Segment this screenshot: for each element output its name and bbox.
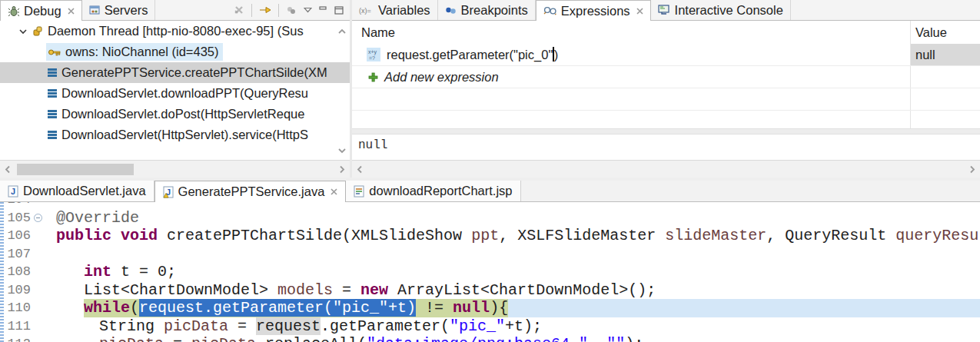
tree-scroll-down[interactable] (337, 148, 347, 154)
thread-row[interactable]: Daemon Thread [http-nio-8080-exec-95] (S… (0, 21, 350, 42)
scroll-right-icon[interactable] (969, 165, 975, 174)
stack-frame-label: DownloadServlet(HttpServlet).service(Htt… (61, 128, 308, 142)
expression-row[interactable]: x+y =? request.getParameter("pic_0") nul… (352, 44, 980, 66)
stack-frame-row[interactable]: DownloadServlet.doPost(HttpServletReque (0, 104, 350, 125)
tab-debug[interactable]: Debug (0, 0, 82, 21)
debug-tree: Daemon Thread [http-nio-8080-exec-95] (S… (0, 21, 350, 160)
breakpoints-icon (445, 5, 457, 15)
expression-xy-icon: x+y =? (367, 48, 380, 61)
line-number[interactable]: 106 (0, 227, 44, 245)
tab-servers[interactable]: Servers (82, 0, 156, 20)
close-icon[interactable] (636, 8, 643, 15)
threads-filter-icon[interactable] (286, 5, 297, 15)
line-number[interactable]: 107 (0, 245, 44, 264)
code-line[interactable]: 109List<ChartDownModel> models = new Arr… (0, 281, 980, 300)
svg-text:J: J (11, 187, 15, 196)
name-column-header[interactable]: Name (352, 25, 395, 40)
add-new-expression-row[interactable]: Add new expression (352, 66, 980, 88)
stack-frame-row[interactable]: GeneratePPTService.createPPTChartSilde(X… (0, 62, 350, 83)
tab-variables[interactable]: (x)= Variables (352, 0, 438, 20)
code-lines: 104105@Override106public void createPPTC… (0, 202, 980, 342)
step-arrow-icon[interactable] (259, 5, 271, 15)
line-number[interactable]: 112 (0, 335, 44, 342)
fold-minus-icon[interactable] (34, 214, 42, 222)
tab-expressions-label: Expressions (561, 4, 630, 18)
tab-expressions[interactable]: Expressions (536, 0, 651, 21)
scrollbar-thumb[interactable] (17, 164, 134, 175)
line-number[interactable]: 109 (0, 281, 44, 300)
svg-text:=?: =? (369, 55, 375, 61)
stack-frames: GeneratePPTService.createPPTChartSilde(X… (0, 62, 350, 145)
owns-row[interactable]: owns: NioChannel (id=435) (0, 42, 350, 62)
tab-breakpoints-label: Breakpoints (461, 3, 528, 18)
debug-view: Debug Servers (0, 0, 350, 178)
tab-breakpoints[interactable]: Breakpoints (438, 0, 536, 20)
view-menu-icon[interactable] (304, 7, 312, 13)
code-line[interactable]: 107 (0, 245, 980, 264)
line-number[interactable]: 110 (0, 299, 44, 317)
editor-tab-label: GeneratePPTService.java (178, 184, 325, 199)
stack-frame-icon (48, 88, 57, 98)
tab-debug-label: Debug (24, 4, 61, 18)
code-line[interactable]: 106public void createPPTChartSilde(XMLSl… (0, 227, 980, 245)
empty-row[interactable] (352, 111, 980, 128)
tab-variables-label: Variables (378, 3, 430, 18)
key-icon (48, 48, 61, 57)
chevron-down-icon[interactable] (18, 28, 28, 35)
tab-downloadservlet-java[interactable]: J DownloadServlet.java (0, 181, 154, 201)
line-number[interactable]: 111 (0, 317, 44, 336)
tree-scroll-up[interactable] (337, 28, 347, 35)
maximize-icon[interactable] (334, 6, 344, 15)
tab-interactive-console-label: Interactive Console (675, 3, 783, 18)
empty-row[interactable] (352, 88, 980, 111)
stack-frame-label: GeneratePPTService.createPPTChartSilde(X… (61, 65, 327, 80)
close-icon[interactable] (331, 188, 337, 195)
tab-generatepptservice-java[interactable]: J GeneratePPTService.java (154, 181, 347, 202)
editor-area: J DownloadServlet.java J GeneratePPTServ… (0, 181, 980, 342)
debug-view-tabbar: Debug Servers (0, 0, 350, 21)
eclipse-debug-perspective: Debug Servers (0, 0, 980, 342)
line-number[interactable]: 105 (0, 209, 44, 227)
code-line[interactable]: 111String picData = request.getParameter… (0, 317, 980, 336)
remove-terminated-icon[interactable] (234, 5, 244, 15)
code-line[interactable]: 112picData = picData.replaceAll("data:im… (0, 335, 980, 342)
value-column-header[interactable]: Value (915, 25, 947, 40)
thread-icon (32, 26, 43, 37)
svg-text:(x)=: (x)= (359, 7, 371, 15)
expressions-table: Name Value x+y =? request.getParameter("… (352, 21, 980, 128)
variables-icon: (x)= (359, 6, 374, 15)
stack-frame-label: DownloadServlet.downloadPPT(QueryResu (61, 86, 308, 101)
current-instruction-highlight: while(request.getParameter("pic_"+t) != … (84, 299, 508, 317)
editor-tab-label: DownloadServlet.java (23, 184, 146, 198)
expression-text[interactable]: request.getParameter("pic_0") (387, 47, 558, 62)
minimize-icon[interactable] (319, 6, 327, 14)
close-icon[interactable] (68, 8, 75, 15)
stack-frame-icon (48, 109, 57, 119)
stack-frame-icon (48, 130, 57, 140)
scroll-left-icon[interactable] (5, 165, 11, 174)
expression-detail-pane[interactable]: null (352, 134, 980, 160)
thread-label: Daemon Thread [http-nio-8080-exec-95] (S… (48, 24, 304, 38)
expressions-hscrollbar[interactable] (352, 160, 980, 178)
expressions-view: (x)= Variables Breakpoints (352, 0, 980, 178)
stack-frame-row[interactable]: DownloadServlet(HttpServlet).service(Htt… (0, 125, 350, 145)
stack-frame-row[interactable]: DownloadServlet.downloadPPT(QueryResu (0, 83, 350, 104)
detail-pane-splitter[interactable] (352, 128, 980, 134)
scroll-right-icon[interactable] (339, 165, 345, 174)
debug-hscrollbar[interactable] (0, 160, 350, 178)
code-editor[interactable]: 104105@Override106public void createPPTC… (0, 202, 980, 342)
tab-interactive-console[interactable]: Interactive Console (651, 0, 791, 20)
expression-value-cell[interactable]: null (911, 44, 980, 65)
code-line[interactable]: 108int t = 0; (0, 263, 980, 281)
scroll-left-icon[interactable] (357, 165, 363, 174)
line-number[interactable]: 104 (0, 202, 44, 209)
owns-label: owns: NioChannel (id=435) (65, 45, 219, 59)
code-line[interactable]: 110while(request.getParameter("pic_"+t) … (0, 299, 980, 317)
code-line[interactable]: 105@Override (0, 209, 980, 227)
tab-downloadreportchart-jsp[interactable]: downloadReportChart.jsp (346, 181, 520, 201)
line-number[interactable]: 108 (0, 263, 44, 281)
editor-tabbar: J DownloadServlet.java J GeneratePPTServ… (0, 181, 980, 202)
add-new-expression-label: Add new expression (384, 70, 499, 85)
console-monitor-icon (658, 5, 670, 15)
code-line[interactable]: 104 (0, 202, 980, 209)
